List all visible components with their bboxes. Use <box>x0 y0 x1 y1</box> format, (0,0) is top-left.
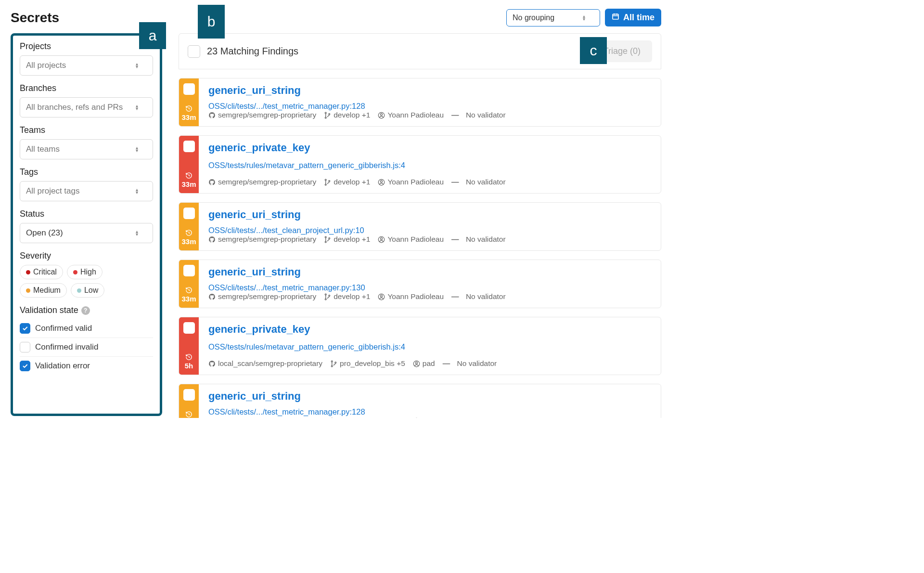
finding-card[interactable]: 5h generic_private_key OSS/tests/rules/m… <box>179 317 661 375</box>
severity-chip-low[interactable]: Low <box>71 283 104 298</box>
finding-validator: — No validator <box>451 178 506 186</box>
tags-select[interactable]: All project tags ▴▾ <box>20 181 153 201</box>
finding-age: 33m <box>181 229 196 246</box>
chevron-updown-icon: ▴▾ <box>136 63 138 68</box>
findings-summary: 23 Matching Findings <box>207 46 298 57</box>
finding-checkbox[interactable] <box>183 141 195 152</box>
finding-path[interactable]: OSS/tests/rules/metavar_pattern_generic_… <box>208 342 652 352</box>
validation-item-label: Validation error <box>35 361 90 371</box>
finding-repo: semgrep/semgrep-proprietary <box>208 178 316 186</box>
page-title: Secrets <box>11 10 59 26</box>
severity-bar: 33m <box>179 136 199 193</box>
svg-point-25 <box>415 362 417 364</box>
severity-chip-high[interactable]: High <box>67 265 103 279</box>
finding-card[interactable]: 33m generic_uri_string OSS/cli/tests/...… <box>179 78 661 127</box>
finding-title[interactable]: generic_uri_string <box>208 208 652 221</box>
dot-high-icon <box>73 270 77 274</box>
finding-title[interactable]: generic_uri_string <box>208 266 652 278</box>
author-text: Yoann Padioleau <box>387 178 444 186</box>
history-icon <box>185 105 192 112</box>
select-all-checkbox[interactable] <box>188 45 200 58</box>
annotation-c: c <box>580 37 607 64</box>
severity-bar: 5h <box>179 317 199 375</box>
finding-title[interactable]: generic_private_key <box>208 142 652 154</box>
validation-label: Validation state ? <box>20 305 153 315</box>
checkbox-confirmed-invalid[interactable] <box>20 342 30 352</box>
tags-value: All project tags <box>26 186 80 196</box>
finding-card[interactable]: 33m generic_uri_string OSS/cli/tests/...… <box>179 260 661 308</box>
severity-chip-medium[interactable]: Medium <box>20 283 67 298</box>
time-filter-button[interactable]: All time <box>605 9 661 26</box>
finding-validator: — No validator <box>451 111 506 119</box>
finding-title[interactable]: generic_uri_string <box>208 390 652 403</box>
finding-title[interactable]: generic_private_key <box>208 323 652 336</box>
status-select[interactable]: Open (23) ▴▾ <box>20 223 153 243</box>
finding-path[interactable]: OSS/cli/tests/.../test_metric_manager.py… <box>208 407 365 417</box>
validator-text: No validator <box>466 235 506 244</box>
teams-select[interactable]: All teams ▴▾ <box>20 139 153 159</box>
svg-point-11 <box>325 236 327 238</box>
finding-branch: pro_develop_bis +5 <box>330 417 405 418</box>
svg-point-12 <box>325 241 327 243</box>
finding-checkbox[interactable] <box>183 265 195 276</box>
branch-text: develop +1 <box>334 235 370 244</box>
finding-repo: semgrep/semgrep-proprietary <box>208 292 316 301</box>
finding-author: Yoann Padioleau <box>378 292 444 301</box>
severity-chip-critical[interactable]: Critical <box>20 265 63 279</box>
history-icon <box>185 172 192 179</box>
checkbox-confirmed-valid[interactable] <box>20 323 30 334</box>
teams-value: All teams <box>26 144 60 154</box>
svg-point-6 <box>325 179 327 181</box>
age-text: 33m <box>181 237 196 246</box>
branch-icon <box>324 112 331 119</box>
finding-checkbox[interactable] <box>183 83 195 95</box>
finding-card[interactable]: 33m generic_uri_string OSS/cli/tests/...… <box>179 202 661 251</box>
user-icon <box>413 360 420 367</box>
repo-text: semgrep/semgrep-proprietary <box>218 292 316 301</box>
validation-label-text: Validation state <box>20 305 78 315</box>
finding-checkbox[interactable] <box>183 389 195 401</box>
grouping-select[interactable]: No grouping ▴▾ <box>506 9 600 26</box>
history-icon <box>185 411 192 418</box>
finding-validator: — No validator <box>451 292 506 301</box>
validation-confirmed-invalid[interactable]: Confirmed invalid <box>20 338 153 357</box>
finding-checkbox[interactable] <box>183 322 195 334</box>
projects-select[interactable]: All projects ▴▾ <box>20 55 153 76</box>
validation-confirmed-valid[interactable]: Confirmed valid <box>20 319 153 338</box>
chip-label: High <box>80 268 96 276</box>
finding-path[interactable]: OSS/tests/rules/metavar_pattern_generic_… <box>208 161 652 170</box>
calendar-icon <box>612 13 619 23</box>
author-text: Yoann Padioleau <box>387 292 444 301</box>
findings-content: 23 Matching Findings Triage (0) 33m gene… <box>179 33 661 418</box>
help-icon[interactable]: ? <box>81 306 90 315</box>
author-text: Yoann Padioleau <box>387 111 444 119</box>
chip-label: Critical <box>33 268 57 276</box>
finding-path[interactable]: OSS/cli/tests/.../test_clean_project_url… <box>208 226 364 235</box>
status-value: Open (23) <box>26 228 63 238</box>
svg-point-2 <box>325 117 327 118</box>
svg-point-15 <box>381 237 383 239</box>
finding-branch: develop +1 <box>324 292 370 301</box>
github-icon <box>208 293 216 300</box>
branches-select[interactable]: All branches, refs and PRs ▴▾ <box>20 97 153 117</box>
validator-text: No validator <box>466 292 506 301</box>
svg-point-3 <box>329 113 330 115</box>
finding-validator: — No validator <box>451 235 506 244</box>
author-text: pad <box>423 359 435 368</box>
validation-error[interactable]: Validation error <box>20 357 153 375</box>
user-icon <box>378 236 385 243</box>
validator-text: No validator <box>466 111 506 119</box>
finding-path[interactable]: OSS/cli/tests/.../test_metric_manager.py… <box>208 102 365 111</box>
finding-card[interactable]: 33m generic_private_key OSS/tests/rules/… <box>179 135 661 194</box>
checkbox-validation-error[interactable] <box>20 361 30 371</box>
finding-card[interactable]: 5h generic_uri_string OSS/cli/tests/.../… <box>179 384 661 418</box>
severity-bar: 33m <box>179 203 199 250</box>
repo-text: local_scan/semgrep-proprietary <box>218 359 322 368</box>
finding-path[interactable]: OSS/cli/tests/.../test_metric_manager.py… <box>208 283 365 292</box>
finding-checkbox[interactable] <box>183 208 195 219</box>
branch-text: pro_develop_bis +5 <box>340 417 405 418</box>
svg-point-5 <box>381 113 383 115</box>
svg-point-1 <box>325 112 327 114</box>
finding-title[interactable]: generic_uri_string <box>208 84 652 97</box>
github-icon <box>208 112 216 119</box>
